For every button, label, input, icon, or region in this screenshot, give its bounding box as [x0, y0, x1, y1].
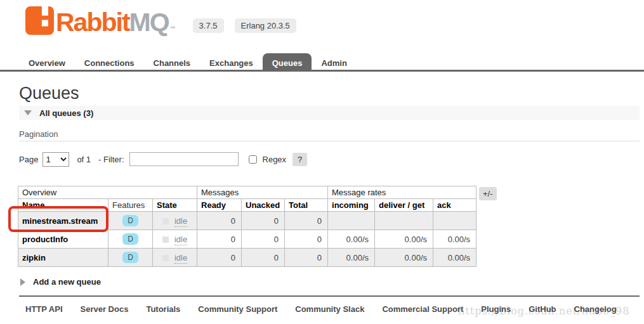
tab-channels[interactable]: Channels — [144, 53, 200, 70]
footer-link-community-support[interactable]: Community Support — [198, 304, 277, 314]
pagination-heading: Pagination — [19, 129, 58, 139]
add-queue-section-toggle[interactable]: Add a new queue — [20, 277, 101, 287]
queues-table-wrap: Overview Messages Message rates Name Fea… — [18, 186, 476, 267]
column-header-total[interactable]: Total — [285, 199, 328, 212]
rabbitmq-version-badge: 3.7.5 — [193, 18, 224, 33]
ack-rate-cell: 0.00/s — [433, 249, 476, 267]
page-label: Page — [19, 155, 38, 164]
total-cell: 0 — [285, 212, 328, 230]
deliver-get-rate-cell: 0.00/s — [375, 230, 433, 249]
state-indicator-icon — [162, 218, 169, 224]
unacked-cell: 0 — [242, 212, 285, 230]
column-header-state[interactable]: State — [153, 199, 197, 212]
incoming-rate-cell — [328, 212, 375, 230]
footer-link-http-api[interactable]: HTTP API — [25, 304, 63, 314]
pagination-controls: Page 1 of 1 - Filter: Regex ? — [19, 151, 307, 167]
deliver-get-rate-cell — [375, 212, 433, 230]
incoming-rate-cell: 0.00/s — [328, 249, 375, 267]
erlang-version-badge: Erlang 20.3.5 — [235, 18, 296, 33]
column-header-incoming[interactable]: incoming — [328, 199, 375, 212]
column-header-unacked[interactable]: Unacked — [242, 199, 285, 212]
state-cell: idle — [153, 230, 197, 249]
queue-name-link[interactable]: minestream.stream — [18, 212, 108, 230]
footer-link-changelog[interactable]: Changelog — [574, 304, 617, 314]
column-header-deliver-get[interactable]: deliver / get — [375, 199, 433, 212]
column-header-name[interactable]: Name — [18, 199, 108, 212]
logo-wordmark: RabbitMQ — [56, 11, 169, 35]
features-cell: D — [108, 249, 153, 267]
filter-label: - Filter: — [98, 155, 124, 164]
ack-rate-cell — [433, 212, 476, 230]
footer-divider — [19, 295, 640, 297]
chevron-right-icon — [20, 278, 25, 286]
page-of-label: of 1 — [77, 155, 91, 164]
group-header-overview: Overview — [18, 186, 197, 199]
footer-link-commercial-support[interactable]: Commercial Support — [382, 304, 463, 314]
group-header-messages: Messages — [197, 186, 328, 199]
column-header-features: Features — [108, 199, 153, 212]
features-cell: D — [108, 212, 153, 230]
state-cell: idle — [153, 249, 197, 267]
trademark-symbol: ™ — [170, 25, 176, 32]
footer-link-community-slack[interactable]: Community Slack — [295, 304, 364, 314]
features-cell: D — [108, 230, 153, 249]
version-badges: 3.7.5 Erlang 20.3.5 — [193, 18, 296, 33]
tab-admin[interactable]: Admin — [312, 53, 356, 70]
tab-overview[interactable]: Overview — [19, 53, 75, 70]
ready-cell: 0 — [197, 249, 242, 267]
all-queues-section-toggle[interactable]: All queues (3) — [19, 106, 640, 120]
column-header-ready[interactable]: Ready — [197, 199, 242, 212]
state-label: idle — [174, 235, 187, 245]
table-row-productinfo: productInfo D idle 0 0 0 0.00/s 0.00/s 0… — [18, 230, 476, 249]
footer-link-server-docs[interactable]: Server Docs — [81, 304, 129, 314]
state-label: idle — [174, 253, 187, 264]
page-select[interactable]: 1 — [43, 152, 69, 167]
durable-badge: D — [122, 252, 138, 263]
tab-connections[interactable]: Connections — [75, 53, 144, 70]
ack-rate-cell: 0.00/s — [433, 230, 476, 249]
chevron-down-icon — [24, 110, 32, 115]
footer-links: HTTP API Server Docs Tutorials Community… — [25, 304, 617, 314]
ready-cell: 0 — [197, 230, 242, 249]
footer-link-github[interactable]: GitHub — [529, 304, 556, 314]
ready-cell: 0 — [197, 212, 242, 230]
logo-text-rabbit: Rabbit — [56, 8, 129, 37]
unacked-cell: 0 — [242, 249, 285, 267]
state-cell: idle — [153, 212, 197, 230]
page-title: Queues — [19, 84, 79, 103]
table-column-header-row: Name Features State Ready Unacked Total … — [18, 199, 476, 212]
total-cell: 0 — [285, 249, 328, 267]
help-icon[interactable]: ? — [292, 153, 307, 166]
footer-link-plugins[interactable]: Plugins — [481, 304, 511, 314]
tab-exchanges[interactable]: Exchanges — [200, 53, 263, 70]
table-group-header-row: Overview Messages Message rates — [18, 186, 476, 199]
group-header-message-rates: Message rates — [328, 186, 476, 199]
durable-badge: D — [122, 215, 138, 226]
rabbitmq-logo[interactable]: RabbitMQ ™ — [25, 6, 176, 35]
app-header: RabbitMQ ™ 3.7.5 Erlang 20.3.5 — [25, 6, 296, 35]
table-row-zipkin: zipkin D idle 0 0 0 0.00/s 0.00/s 0.00/s — [18, 249, 476, 267]
tab-queues[interactable]: Queues — [263, 53, 312, 70]
column-header-ack[interactable]: ack — [433, 199, 476, 212]
queue-name-link[interactable]: zipkin — [18, 249, 108, 267]
unacked-cell: 0 — [242, 230, 285, 249]
pagination-divider — [19, 141, 640, 141]
deliver-get-rate-cell: 0.00/s — [375, 249, 433, 267]
state-indicator-icon — [162, 237, 169, 243]
rabbitmq-logo-icon — [25, 6, 54, 35]
durable-badge: D — [122, 233, 138, 245]
all-queues-section-label: All queues (3) — [39, 108, 93, 118]
filter-input[interactable] — [129, 152, 239, 166]
state-label: idle — [174, 216, 187, 227]
footer-link-tutorials[interactable]: Tutorials — [146, 304, 180, 314]
state-indicator-icon — [162, 255, 169, 261]
add-queue-label: Add a new queue — [33, 277, 101, 287]
queue-name-link[interactable]: productInfo — [18, 230, 108, 249]
regex-label: Regex — [263, 155, 287, 164]
column-toggle-button[interactable]: +/- — [479, 187, 497, 200]
total-cell: 0 — [285, 230, 328, 249]
logo-text-mq: MQ — [129, 8, 169, 37]
table-row-minestream: minestream.stream D idle 0 0 0 — [18, 212, 476, 230]
incoming-rate-cell: 0.00/s — [328, 230, 375, 249]
regex-checkbox[interactable] — [249, 155, 257, 164]
